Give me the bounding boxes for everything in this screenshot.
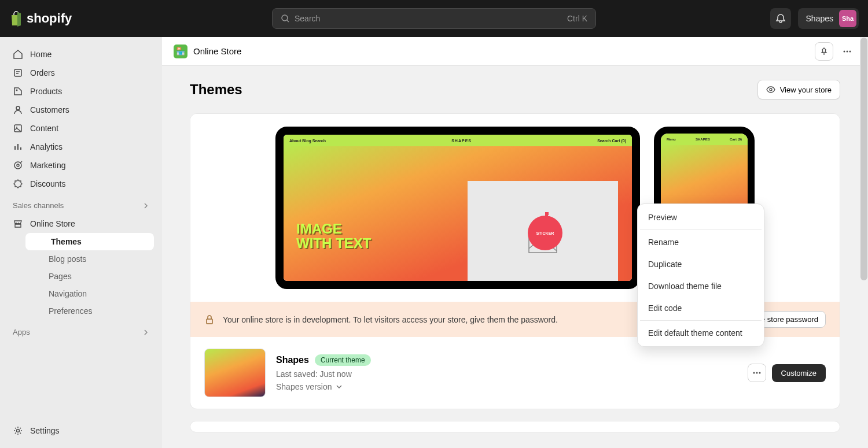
pin-icon [819,47,829,56]
nav-analytics[interactable]: Analytics [6,138,156,156]
customize-button[interactable]: Customize [772,364,826,382]
nav-products[interactable]: Products [6,82,156,101]
menu-download[interactable]: Download theme file [640,275,762,297]
search-placeholder: Search [295,14,320,23]
view-store-button[interactable]: View your store [757,80,840,99]
shopify-logo[interactable]: shopify [9,10,72,27]
nav-online-store[interactable]: Online Store [6,214,156,233]
nav-settings[interactable]: Settings [6,421,156,440]
topbar: shopify Search Ctrl K Shapes Sha [0,0,868,37]
svg-point-12 [770,88,772,91]
breadcrumb: Online Store [193,46,241,56]
page-title: Themes [190,82,242,98]
theme-last-saved: Last saved: Just now [276,369,371,379]
section-apps[interactable]: Apps [6,320,156,341]
svg-point-18 [759,372,760,374]
search-icon [281,14,290,23]
svg-point-3 [16,106,20,110]
customers-icon [13,105,23,115]
theme-card: About Blog Search SHAPES Search Cart (0)… [190,113,840,409]
notifications-button[interactable] [770,8,791,29]
chevron-right-icon [142,202,149,209]
svg-rect-1 [14,69,21,76]
menu-rename[interactable]: Rename [640,231,762,253]
svg-point-17 [756,372,757,374]
pin-button[interactable] [815,42,833,61]
gear-icon [13,425,23,436]
bell-icon [775,13,786,24]
menu-divider [640,320,762,321]
notice-text: Your online store is in development. To … [223,315,558,324]
more-header-button[interactable] [838,42,856,61]
theme-actions-menu: Preview Rename Duplicate Download theme … [637,203,764,347]
sticker-badge: STICKER [528,216,562,250]
nav-discounts[interactable]: Discounts [6,175,156,193]
search-shortcut: Ctrl K [567,14,587,23]
chevron-right-icon [142,329,149,336]
online-store-app-icon: 🏪 [174,45,187,58]
store-switcher[interactable]: Shapes Sha [798,8,859,29]
page-header: 🏪 Online Store [162,37,868,66]
theme-more-button[interactable] [748,364,766,382]
store-name: Shapes [806,14,833,23]
chevron-down-icon [336,383,343,390]
brand-text: shopify [27,11,72,26]
svg-point-2 [16,90,18,91]
lock-icon [204,314,215,325]
subnav-themes[interactable]: Themes [25,233,154,250]
nav-marketing[interactable]: Marketing [6,156,156,175]
theme-row: Shapes Current theme Last saved: Just no… [190,337,840,409]
theme-version-dropdown[interactable]: Shapes version [276,382,371,391]
svg-point-10 [847,50,848,52]
dots-icon [752,368,762,377]
dots-icon [843,47,852,56]
home-icon [13,49,23,60]
avatar: Sha [839,10,856,27]
menu-divider [640,229,762,230]
svg-point-7 [17,164,19,166]
sidebar: Home Orders Products Customers Content A… [0,37,162,448]
menu-duplicate[interactable]: Duplicate [640,253,762,275]
current-theme-badge: Current theme [315,354,371,366]
scrollbar-thumb[interactable] [860,38,867,280]
nav-customers[interactable]: Customers [6,101,156,119]
orders-icon [13,68,23,78]
subnav-navigation[interactable]: Navigation [23,285,156,302]
menu-edit-code[interactable]: Edit code [640,297,762,319]
svg-point-8 [17,430,20,432]
discounts-icon [13,179,23,189]
nav-home[interactable]: Home [6,45,156,64]
marketing-icon [13,160,23,171]
shopify-bag-icon [9,10,23,27]
svg-point-0 [282,15,288,21]
store-icon [13,219,23,229]
svg-rect-15 [207,319,212,324]
analytics-icon [13,142,23,152]
nav-orders[interactable]: Orders [6,64,156,82]
svg-point-9 [844,50,845,52]
content-icon [13,123,23,134]
theme-thumbnail [204,349,266,397]
svg-point-16 [753,372,755,374]
theme-name: Shapes [276,355,309,365]
nav-content[interactable]: Content [6,119,156,138]
subnav-pages[interactable]: Pages [23,268,156,285]
section-sales-channels[interactable]: Sales channels [6,193,156,214]
menu-edit-default[interactable]: Edit default theme content [640,322,762,344]
svg-point-5 [16,127,17,128]
next-card [190,421,840,432]
subnav-preferences[interactable]: Preferences [23,302,156,320]
svg-point-11 [849,50,851,52]
search-input[interactable]: Search Ctrl K [272,8,596,29]
products-icon [13,86,23,97]
subnav-blog-posts[interactable]: Blog posts [23,250,156,268]
scrollbar[interactable] [860,37,868,448]
eye-icon [766,85,775,94]
main-content: 🏪 Online Store Themes View your store Ab… [162,37,868,448]
desktop-preview: About Blog Search SHAPES Search Cart (0)… [275,127,640,289]
menu-preview[interactable]: Preview [640,206,762,228]
